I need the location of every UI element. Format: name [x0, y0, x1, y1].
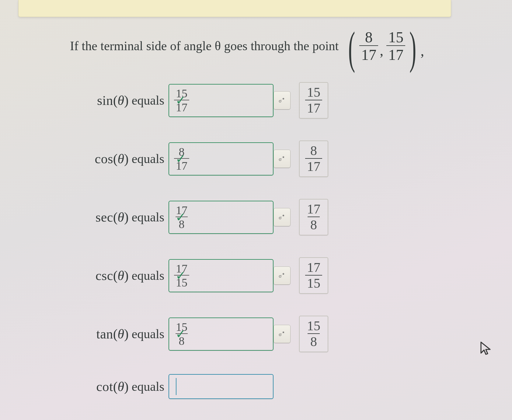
math-toolbox-button[interactable]: σ★ [273, 150, 291, 168]
math-toolbox-button[interactable]: σ★ [273, 325, 291, 343]
point-x-fraction: 8 17 [359, 29, 378, 63]
label-tan: tan (θ) equals [76, 326, 164, 342]
theta-sin: (θ) [113, 93, 129, 108]
theta-sec: (θ) [113, 210, 129, 225]
correct-icon: ✓ [175, 327, 186, 341]
row-sec: sec (θ) equals 17 8 ✓ σ★ 17 8 [76, 199, 328, 235]
preview-sec: 17 8 [299, 199, 328, 235]
point-comma: , [380, 42, 383, 59]
preview-csc: 17 15 [299, 257, 328, 294]
svg-text:σ: σ [279, 215, 282, 220]
correct-icon: ✓ [175, 93, 186, 108]
correct-icon: ✓ [175, 269, 186, 283]
answer-rows: sin (θ) equals 15 17 ✓ σ★ 15 17 cos (θ) … [76, 82, 328, 399]
input-csc[interactable]: 17 15 ✓ [169, 259, 273, 292]
row-sin: sin (θ) equals 15 17 ✓ σ★ 15 17 [76, 82, 328, 119]
correct-icon: ✓ [175, 210, 186, 224]
question-prose: If the terminal side of angle θ goes thr… [70, 39, 339, 53]
text-cursor [176, 378, 176, 395]
label-cot: cot (θ) equals [76, 379, 164, 394]
input-sec[interactable]: 17 8 ✓ [169, 201, 273, 234]
point-coordinates: 8 17 , 15 17 [359, 29, 405, 63]
label-sec: sec (θ) equals [76, 210, 164, 225]
row-tan: tan (θ) equals 15 8 ✓ σ★ 15 8 [76, 316, 328, 352]
math-toolbox-button[interactable]: σ★ [273, 91, 291, 109]
correct-icon: ✓ [175, 152, 186, 166]
trailing-comma: , [420, 42, 424, 59]
theta-cos: (θ) [113, 151, 129, 167]
svg-text:σ: σ [279, 331, 282, 337]
row-cos: cos (θ) equals 8 17 ✓ σ★ 8 17 [76, 141, 328, 177]
input-sin[interactable]: 15 17 ✓ [169, 84, 273, 117]
svg-text:★: ★ [282, 331, 285, 334]
input-cot[interactable] [169, 374, 273, 399]
label-csc: csc (θ) equals [76, 268, 164, 283]
label-cos: cos (θ) equals [76, 151, 164, 167]
svg-text:★: ★ [282, 155, 285, 159]
svg-text:★: ★ [282, 214, 285, 217]
math-toolbox-button[interactable]: σ★ [273, 266, 291, 285]
row-csc: csc (θ) equals 17 15 ✓ σ★ 17 15 [76, 257, 328, 294]
svg-text:σ: σ [279, 98, 282, 104]
input-tan[interactable]: 15 8 ✓ [169, 318, 273, 351]
svg-text:σ: σ [279, 156, 282, 162]
svg-text:★: ★ [282, 97, 285, 100]
theta-cot: (θ) [113, 379, 129, 394]
svg-text:σ: σ [279, 273, 282, 279]
label-sin: sin (θ) equals [76, 93, 164, 108]
svg-text:★: ★ [282, 272, 285, 276]
preview-cos: 8 17 [299, 141, 328, 177]
preview-sin: 15 17 [299, 82, 328, 119]
preview-tan: 15 8 [299, 316, 328, 352]
question-text: If the terminal side of angle θ goes thr… [70, 29, 424, 63]
point-y-fraction: 15 17 [386, 29, 405, 63]
theta-tan: (θ) [113, 326, 129, 342]
theta-csc: (θ) [113, 268, 129, 283]
hint-banner [18, 0, 451, 17]
math-toolbox-button[interactable]: σ★ [273, 208, 291, 226]
row-cot: cot (θ) equals [76, 374, 328, 399]
mouse-cursor-icon [479, 340, 494, 356]
input-cos[interactable]: 8 17 ✓ [169, 142, 273, 175]
